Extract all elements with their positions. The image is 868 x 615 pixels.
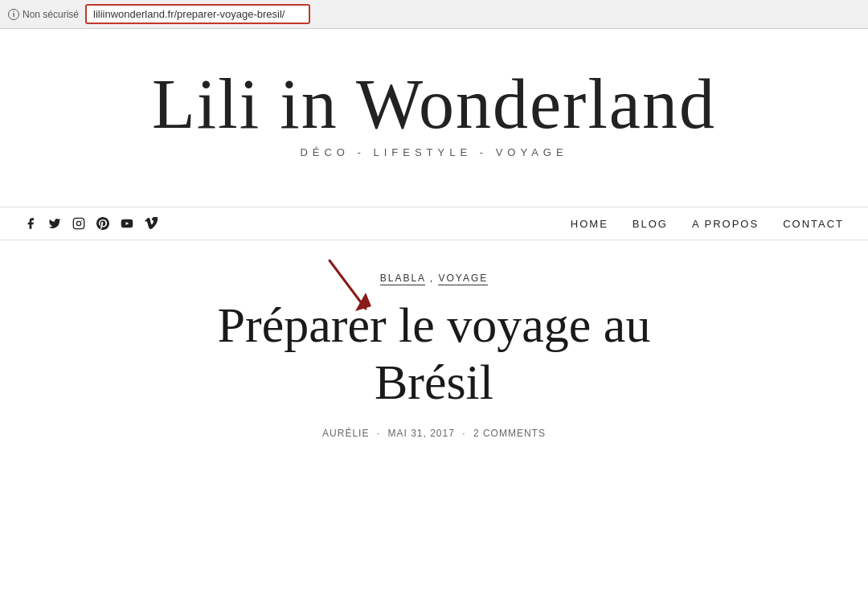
site-title: Lili in Wonderland — [152, 69, 716, 140]
vimeo-icon[interactable] — [145, 217, 158, 230]
browser-bar: i Non sécurisé liliinwonderland.fr/prepa… — [0, 0, 868, 29]
nav-blog[interactable]: BLOG — [633, 218, 668, 230]
article-categories: BLABLA , VOYAGE — [153, 273, 715, 284]
main-content: BLABLA , VOYAGE Préparer le voyage au Br… — [0, 240, 868, 471]
twitter-icon[interactable] — [48, 217, 61, 230]
category-voyage[interactable]: VOYAGE — [438, 273, 488, 285]
url-bar[interactable]: liliinwonderland.fr/preparer-voyage-bres… — [85, 4, 310, 24]
nav-bar: HOME BLOG A PROPOS CONTACT — [0, 207, 868, 240]
svg-point-1 — [76, 221, 80, 225]
svg-point-2 — [81, 220, 82, 221]
site-header: Lili in Wonderland DÉCO - LIFESTYLE - VO… — [0, 29, 868, 182]
svg-marker-5 — [355, 293, 371, 311]
article-meta: AURÉLIE · MAI 31, 2017 · 2 COMMENTS — [153, 428, 715, 439]
article-date: MAI 31, 2017 — [387, 428, 454, 439]
instagram-icon[interactable] — [72, 217, 85, 230]
svg-rect-0 — [73, 218, 84, 228]
security-label: Non sécurisé — [23, 9, 79, 20]
meta-separator-2: · — [462, 428, 465, 439]
youtube-icon[interactable] — [121, 217, 133, 230]
facebook-icon[interactable] — [24, 217, 37, 230]
pinterest-icon[interactable] — [96, 217, 109, 230]
article-title: Préparer le voyage au Brésil — [153, 297, 715, 412]
main-nav: HOME BLOG A PROPOS CONTACT — [571, 218, 844, 230]
info-icon: i — [8, 9, 19, 20]
site-tagline: DÉCO - LIFESTYLE - VOYAGE — [300, 146, 567, 158]
category-blabla[interactable]: BLABLA — [380, 273, 426, 285]
nav-apropos[interactable]: A PROPOS — [692, 218, 759, 230]
security-indicator: i Non sécurisé — [8, 9, 79, 20]
page-content: Lili in Wonderland DÉCO - LIFESTYLE - VO… — [0, 29, 868, 471]
article-header: BLABLA , VOYAGE Préparer le voyage au Br… — [153, 273, 715, 439]
arrow-annotation — [321, 256, 378, 324]
nav-contact[interactable]: CONTACT — [783, 218, 844, 230]
category-separator: , — [430, 273, 439, 284]
meta-separator-1: · — [377, 428, 380, 439]
social-icons — [24, 217, 158, 230]
nav-home[interactable]: HOME — [571, 218, 608, 230]
svg-line-4 — [330, 260, 366, 309]
article-author: AURÉLIE — [322, 428, 369, 439]
article-comments[interactable]: 2 COMMENTS — [473, 428, 546, 439]
